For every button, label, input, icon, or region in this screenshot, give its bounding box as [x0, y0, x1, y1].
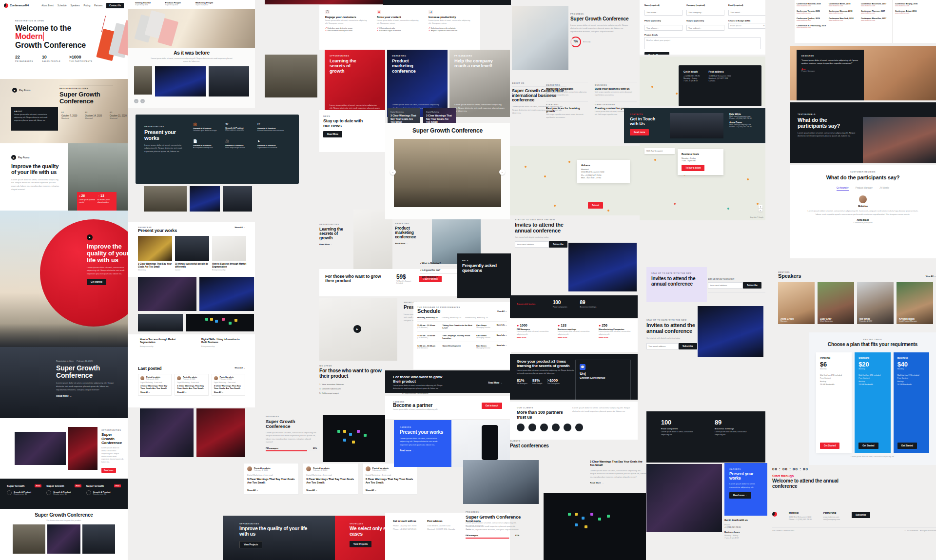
review-tab-jv-mobile[interactable]: JV Mobile [879, 187, 889, 191]
schedule-row[interactable]: 11:30 am - 12:00 am( 30 Minutes ) The Ca… [417, 332, 507, 342]
submit-button[interactable]: Submit [588, 202, 603, 209]
get-in-touch-button[interactable]: Get in touch [482, 403, 502, 409]
speaker-card[interactable]: Nik WhiteFounder & CEO [857, 282, 894, 324]
play-icon[interactable]: ▶ [12, 88, 17, 93]
post-card[interactable]: Posted by adminFebruary 4, 2020 Digital … [138, 374, 172, 396]
conference-link[interactable]: Conference Quebec, 2019www.mobirise.com [797, 17, 828, 21]
carousel-photo[interactable] [155, 66, 206, 97]
carousel-prev-button[interactable]: ← [134, 99, 138, 103]
conference-link[interactable]: Conference Beijing, 2016www.mobirise.com [895, 2, 934, 7]
nav-item-schedule[interactable]: Schedule [58, 4, 67, 7]
nav-item-about-event[interactable]: About Event [41, 4, 54, 7]
read-more-link[interactable]: Read more → [400, 449, 457, 452]
read-more-link[interactable]: Read more [517, 337, 549, 339]
email-input[interactable] [728, 10, 765, 16]
conference-link[interactable]: Conference Toronto, 2019www.mobirise.com [797, 10, 828, 14]
carousel-next-button[interactable]: → [499, 169, 505, 175]
post-card[interactable]: Posted by adminFebruary 4, 2020 Digital … [303, 463, 358, 495]
showcase-card[interactable]: 10 things successful people do different… [175, 236, 209, 271]
carousel-next-button[interactable]: → [140, 99, 145, 103]
faq-question[interactable]: • Is it good for me? [420, 267, 463, 274]
play-icon[interactable]: ▶ [353, 325, 361, 333]
read-more-link[interactable]: Read more → [56, 394, 119, 397]
get-started-button[interactable]: Get started [87, 279, 106, 285]
carousel-prev-button[interactable]: ← [390, 169, 396, 175]
read-more-button[interactable]: Read more → [729, 492, 751, 499]
get-started-button[interactable]: Get Started [897, 443, 917, 449]
read-more-link[interactable]: Read More → [488, 382, 502, 384]
map-large[interactable]: 5515 Rue St-Laurent Business hours Monda… [640, 144, 765, 220]
read-more-button[interactable]: Read more [630, 129, 649, 135]
schedule-row[interactable]: 11:00 am - 11:30 am( 30 Minutes ) Taking… [417, 322, 507, 332]
play-icon[interactable]: ▶ [11, 155, 16, 160]
more-info-link[interactable]: More Info → [497, 324, 507, 329]
promo-card-pr[interactable]: PR Managers Help the company reach a new… [449, 50, 510, 117]
ticket-card[interactable]: Product PeopleSuper Early Bird [165, 1, 181, 6]
ticket-card[interactable]: Getting StartedSuper Early Bird [135, 1, 151, 6]
work-card[interactable]: Digital Skills: Using Information to Bui… [201, 338, 243, 348]
speaker-card[interactable]: Krysten BlackLead Product Manager [897, 282, 933, 324]
map-zoom-controls[interactable]: +− [759, 205, 762, 212]
get-started-button[interactable]: Get Started [858, 443, 878, 449]
subject-input[interactable] [686, 25, 724, 31]
improve-quality-card[interactable]: Opportunities Improve the quality of you… [223, 516, 335, 560]
faq-question[interactable]: • Why Mobirise? [420, 274, 463, 280]
read-more-button[interactable]: Read more [101, 468, 116, 473]
read-more-link[interactable]: Read more [599, 337, 631, 339]
nav-item-speakers[interactable]: Speakers [70, 4, 79, 7]
conference-link[interactable]: Conference Marseilles, 2017www.mobirise.… [861, 17, 892, 21]
post-card[interactable]: Posted by adminFebruary 4, 2020 Digital … [244, 463, 299, 495]
project-details-textarea[interactable]: Brief us about your project [644, 37, 760, 49]
speaker-card[interactable]: Anna GreenManager [778, 282, 815, 324]
showcase-card[interactable]: How to Success through Market Segmentati… [212, 236, 246, 271]
promo-card-opportunities[interactable]: Opportunities Learning the secrets of gr… [325, 50, 385, 117]
view-projects-button[interactable]: View Projects [350, 541, 371, 547]
more-info-link[interactable]: More Info → [497, 334, 507, 339]
conference-link[interactable]: Conference St. Petersburg, 2019www.mobir… [797, 24, 828, 29]
phone-input[interactable] [644, 25, 682, 31]
conference-link[interactable]: Conference Florence, 2017www.mobirise.co… [861, 10, 892, 14]
read-more-link[interactable]: Read More → [590, 482, 646, 484]
ticket-card[interactable]: Marketing PeopleSuper Early Bird [195, 1, 213, 6]
subscribe-button[interactable]: Subscribe [852, 512, 870, 518]
budget-select[interactable]: From $5000▾ [728, 23, 765, 29]
schedule-tab-wednesday[interactable]: Wednesday, February 26 [465, 316, 488, 320]
map-with-contact-cards[interactable]: Get in touch +1 (234) 567-78-90 Monday -… [640, 57, 765, 106]
read-more-link[interactable]: Read More → [395, 242, 427, 245]
read-more-button[interactable]: Read More [323, 131, 342, 137]
subscribe-button[interactable]: Subscribe [549, 241, 567, 248]
play-icon[interactable]: ▶ [87, 234, 93, 240]
plan-item[interactable]: Super GrowthFree Growth & ProductRegular… [86, 484, 121, 495]
post-card[interactable]: Posted by adminFebruary 4, 2020 Digital … [212, 374, 245, 396]
email-input[interactable] [646, 343, 679, 349]
read-more-link[interactable]: Read More → [319, 243, 350, 246]
company-input[interactable] [686, 10, 724, 16]
name-input[interactable] [644, 10, 682, 16]
post-card[interactable]: Posted by adminFebruary 4, 2020 Digital … [362, 463, 417, 495]
footer-email-link[interactable]: info@company.com [823, 518, 840, 521]
promo-card-marketing[interactable]: Marketing Product marketing conference L… [387, 50, 448, 117]
pricing-card-personal[interactable]: Personal $6 Monthly Mail that has 1TB in… [816, 352, 852, 453]
conference-link[interactable]: Conference Berlin, 2018www.mobirise.com [829, 2, 860, 7]
view-projects-button[interactable]: View Projects [239, 541, 262, 548]
conference-link[interactable]: Conference Dubai, 2016www.mobirise.com [895, 10, 934, 14]
present-works-blue-card[interactable]: Careers Present your works Lorem ipsum d… [724, 463, 767, 516]
read-more-link[interactable]: Read more [558, 337, 590, 339]
schedule-tab-tuesday[interactable]: Tuesday, February 25 [442, 316, 462, 320]
schedule-tab-monday[interactable]: Monday, February 24 [417, 316, 438, 320]
conference-link[interactable]: Conference Moscow, 2018www.mobirise.com [829, 10, 860, 14]
review-tab-product-manager[interactable]: Product Manager [856, 187, 873, 191]
schedule-row[interactable]: 12:30 am - 13:00 pm( 30 Minutes ) Game D… [417, 342, 507, 351]
send-message-button[interactable]: Send a Message [644, 52, 669, 55]
map-with-address[interactable]: Adress Montreal 1534 Blvd St-Laurent #20… [510, 146, 646, 215]
contact-us-button[interactable]: Contact Us [106, 3, 124, 8]
show-all-link[interactable]: Show All → [234, 367, 245, 371]
video-card[interactable]: ▶ [319, 298, 397, 361]
nav-item-pricing[interactable]: Pricing [83, 4, 90, 7]
post-card[interactable]: Posted by adminFebruary 4, 2020 Digital … [175, 374, 208, 396]
nav-item-partners[interactable]: Partners [94, 4, 102, 7]
conference-link[interactable]: Conference New York, 2018www.mobirise.co… [829, 17, 860, 21]
email-input[interactable] [515, 241, 549, 248]
review-tab-cofounder[interactable]: Co-founder [837, 187, 849, 191]
subscribe-button[interactable]: Subscribe [679, 343, 697, 349]
